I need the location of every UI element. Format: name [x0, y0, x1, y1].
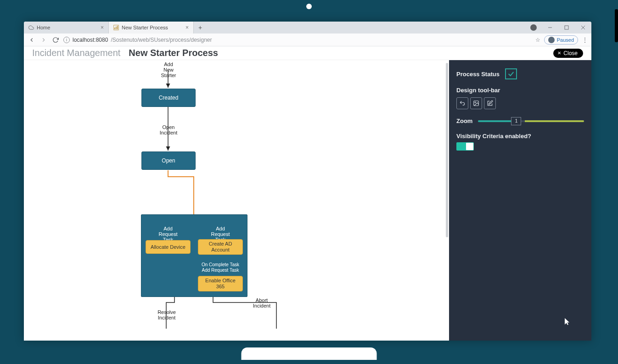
task-label: Enable Office 365	[205, 278, 236, 290]
design-toolbar-label: Design tool-bar	[456, 87, 584, 94]
window-controls	[525, 22, 591, 34]
page-title: New Starter Process	[129, 48, 218, 58]
minimize-button[interactable]	[542, 22, 558, 34]
browser-menu-button[interactable]: ⋮	[582, 36, 588, 44]
label-open-incident: Open Incident	[157, 124, 180, 135]
device-edge	[615, 9, 618, 42]
task-enable-office-365[interactable]: Enable Office 365	[198, 276, 243, 291]
tab-label: New Starter Process	[122, 25, 168, 30]
page-header: Incident Management New Starter Process …	[24, 46, 591, 60]
svg-rect-3	[117, 26, 118, 29]
process-status-label: Process Status	[456, 71, 500, 78]
tab-home[interactable]: Home ×	[24, 22, 109, 34]
tab-process-designer[interactable]: New Starter Process ×	[109, 22, 194, 34]
node-label: Created	[159, 95, 179, 101]
visibility-criteria-label: Visibility Criteria enabled?	[456, 133, 584, 140]
design-toolbar	[456, 97, 584, 109]
process-status-checkbox[interactable]	[505, 68, 517, 79]
properties-panel: Process Status Design tool-bar Zoom	[449, 60, 591, 341]
close-icon[interactable]: ×	[185, 24, 189, 31]
node-created[interactable]: Created	[141, 89, 196, 107]
task-allocate-device[interactable]: Allocate Device	[146, 240, 191, 254]
cloud-icon	[28, 25, 34, 30]
site-info-icon[interactable]: i	[63, 37, 70, 43]
tab-label: Home	[37, 25, 50, 30]
svg-rect-1	[114, 28, 115, 29]
url-display[interactable]: i localhost:8080/Sostenuto/web/SUsers/pr…	[63, 37, 532, 43]
zoom-control: Zoom 1	[456, 118, 584, 124]
maximize-button[interactable]	[558, 22, 575, 34]
avatar-icon	[548, 37, 555, 43]
close-button[interactable]: ✕ Close	[553, 49, 583, 58]
zoom-value: 1	[515, 118, 518, 123]
address-bar: i localhost:8080/Sostenuto/web/SUsers/pr…	[24, 34, 591, 46]
forward-button[interactable]	[39, 36, 48, 44]
svg-point-12	[475, 102, 476, 103]
cursor-icon	[565, 318, 570, 327]
profile-paused-chip[interactable]: Paused	[544, 35, 578, 45]
flow-connectors	[24, 60, 449, 341]
tab-strip: Home × New Starter Process × +	[24, 22, 591, 34]
url-path: /Sostenuto/web/SUsers/process/designer	[111, 37, 212, 43]
camera-dot	[306, 4, 312, 9]
new-tab-button[interactable]: +	[194, 22, 207, 34]
label-abort-incident: Abort Incident	[250, 297, 273, 308]
scrollbar-thumb[interactable]	[446, 63, 448, 237]
zoom-slider[interactable]: 1	[478, 120, 584, 122]
task-label: Allocate Device	[151, 244, 185, 250]
visibility-toggle[interactable]	[456, 142, 474, 151]
label-on-complete: On Complete Task Add Request Task	[199, 262, 242, 273]
paused-label: Paused	[557, 37, 574, 43]
reload-button[interactable]	[51, 36, 60, 44]
back-button[interactable]	[28, 36, 36, 44]
url-host: localhost:8080	[73, 37, 108, 43]
label-resolve-incident: Resolve Incident	[155, 309, 178, 320]
process-canvas[interactable]: Add New Starter Created Open Incident Op…	[24, 60, 449, 341]
toggle-knob	[466, 143, 473, 150]
svg-rect-2	[116, 27, 117, 29]
label-add-new-starter: Add New Starter	[156, 62, 181, 78]
close-icon: ✕	[557, 50, 561, 56]
svg-rect-5	[565, 26, 568, 29]
browser-window: Home × New Starter Process × +	[24, 22, 591, 341]
image-button[interactable]	[470, 97, 482, 109]
chart-icon	[113, 25, 119, 30]
close-label: Close	[563, 50, 578, 56]
bookmark-icon[interactable]: ☆	[535, 37, 540, 43]
zoom-slider-handle[interactable]: 1	[511, 117, 521, 125]
account-icon[interactable]	[525, 22, 542, 34]
window-close-button[interactable]	[575, 22, 591, 34]
node-open[interactable]: Open	[141, 151, 196, 170]
undo-button[interactable]	[456, 97, 468, 109]
task-label: Create AD Account	[209, 241, 232, 253]
edit-button[interactable]	[484, 97, 496, 109]
breadcrumb[interactable]: Incident Management	[32, 48, 120, 58]
main-area: Add New Starter Created Open Incident Op…	[24, 60, 591, 341]
node-label: Open	[162, 157, 175, 164]
task-create-ad-account[interactable]: Create AD Account	[198, 239, 243, 255]
close-icon[interactable]: ×	[101, 24, 104, 31]
zoom-label: Zoom	[456, 118, 472, 124]
device-home-pill	[242, 347, 377, 360]
